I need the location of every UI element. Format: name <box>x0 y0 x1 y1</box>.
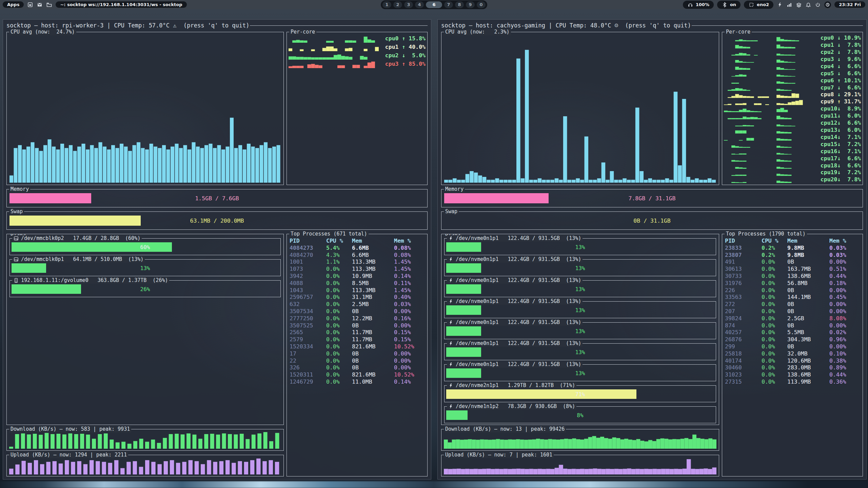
flash-icon <box>448 278 453 283</box>
workspace-button-6[interactable]: 6 <box>426 1 442 8</box>
core-row-cpu13: cpu13↓ 6.0% <box>724 127 861 134</box>
bell-icon[interactable] <box>805 2 811 8</box>
network-widget[interactable]: eno2 <box>744 1 773 9</box>
cpu-avg-panel: CPU avg (now: 2.3%) <box>441 32 719 185</box>
process-cell: 32.0MB <box>787 350 829 358</box>
power-icon[interactable] <box>815 2 821 8</box>
terminal-window-cachyos-gaming[interactable]: socktop — host: cachyos-gaming | CPU Tem… <box>437 19 867 480</box>
usage-text: 7.8GB / 31.1GB <box>441 195 863 202</box>
process-cell: 874 <box>725 322 762 329</box>
disk-title: /dev/nvme0n1p1 122.4GB / 931.5GB (13%) <box>447 361 583 368</box>
disk-usage-bar: 13% <box>446 242 714 252</box>
disk-usage-percent: 13% <box>12 265 279 271</box>
disk-entry: /dev/mmcblk0p2 17.4GB / 28.8GB (60%)60% <box>9 238 281 255</box>
workspace-button-9[interactable]: 9 <box>466 1 475 8</box>
cpu-avg-graph <box>444 38 716 183</box>
flash-icon <box>448 404 453 409</box>
window-icon[interactable] <box>27 2 33 8</box>
process-cell: 0.0% <box>762 294 787 301</box>
layers-icon[interactable] <box>796 2 802 8</box>
memory-label: Memory <box>9 186 30 192</box>
flash-icon <box>448 257 453 262</box>
process-cell: 40257 <box>725 329 762 336</box>
process-cell: 1246729 <box>290 379 326 386</box>
flash-icon <box>448 341 453 346</box>
core-row-cpu1: cpu1 ↓ 7.8% <box>724 42 861 49</box>
core-sparkline <box>724 177 814 183</box>
process-cell: 4084273 <box>290 245 326 252</box>
power-profile-icon[interactable] <box>777 2 783 8</box>
process-cell: 0.02% <box>829 329 861 336</box>
disk-usage-bar: 13% <box>446 284 714 294</box>
clock-widget[interactable]: 23:32 Fri <box>834 1 865 8</box>
process-cell: 0.0% <box>762 308 787 315</box>
workspace-button-0[interactable]: 0 <box>477 1 486 8</box>
process-cell: 0.0% <box>326 371 352 379</box>
workspace-button-7[interactable]: 7 <box>444 1 453 8</box>
workspace-button-1[interactable]: 1 <box>382 1 391 8</box>
disk-usage-percent: 13% <box>446 286 714 292</box>
process-cell: 226 <box>725 287 762 294</box>
process-cell: 0.0% <box>326 308 352 315</box>
process-cell: 1.45% <box>394 259 425 266</box>
process-column-header: Mem <box>787 238 829 245</box>
network-interface: eno2 <box>757 2 769 7</box>
disk-entry: /dev/nvme0n1p1 122.4GB / 931.5GB (13%)13… <box>444 301 716 318</box>
core-row-cpu10: cpu10↓ 8.9% <box>724 105 861 113</box>
process-cell: 0.2% <box>762 245 787 252</box>
process-cell: 0.00% <box>394 364 425 371</box>
process-cell: 0.0% <box>326 280 352 287</box>
workspace-button-8[interactable]: 8 <box>455 1 464 8</box>
process-column-header: Mem % <box>394 238 425 245</box>
workspace-button-2[interactable]: 2 <box>393 1 402 8</box>
core-stat-label: cpu7 ↓ 6.6% <box>816 85 861 91</box>
process-cell: 11.7MB <box>352 336 394 343</box>
disk-title: /dev/nvme0n1p1 122.4GB / 931.5GB (13%) <box>447 298 583 305</box>
per-core-list: cpu0 ↑ 15.8%cpu1 ↑ 40.0%cpu2 ↓ 5.0%cpu3 … <box>289 35 426 183</box>
core-row-cpu18: cpu18↓ 6.6% <box>724 162 861 169</box>
core-stat-label: cpu5 ↓ 6.6% <box>816 71 861 77</box>
process-cell: 0.44% <box>829 371 861 379</box>
app-logo-icon[interactable] <box>824 1 831 8</box>
disk-entry: /dev/nvme0n1p1 122.4GB / 931.5GB (13%)13… <box>444 280 716 297</box>
folder-icon[interactable] <box>46 2 52 8</box>
process-cell: 0.08% <box>394 245 425 252</box>
core-stat-label: cpu13↓ 6.0% <box>816 127 861 133</box>
process-column-header: PID <box>725 238 762 245</box>
process-cell: 1001 <box>290 259 326 266</box>
terminal-window-rpi-worker-3[interactable]: socktop — host: rpi-worker-3 | CPU Temp:… <box>3 19 431 480</box>
process-column-header: CPU % <box>762 238 787 245</box>
process-cell: 0.00% <box>394 308 425 315</box>
core-sparkline <box>724 106 814 112</box>
process-cell: 0.2% <box>762 252 787 259</box>
workspace-button-4[interactable]: 4 <box>415 1 424 8</box>
signal-bars-icon[interactable] <box>786 2 792 8</box>
bluetooth-widget[interactable]: on <box>717 1 741 9</box>
process-cell: 3507525 <box>290 322 326 329</box>
core-stat-label: cpu4 ↓ 6.6% <box>816 64 861 69</box>
process-cell: 0.38% <box>829 358 861 365</box>
disks-panel: Disks /dev/mmcblk0p2 17.4GB / 28.8GB (60… <box>6 234 284 425</box>
bluetooth-icon <box>722 2 728 8</box>
process-cell: 304.3MB <box>787 336 829 343</box>
process-cell: 0.0% <box>326 266 352 273</box>
process-cell: 0.44% <box>829 273 861 280</box>
process-cell: 113.9MB <box>787 379 829 386</box>
process-cell: 0B <box>787 259 829 266</box>
inbox-icon[interactable] <box>37 2 43 8</box>
core-stat-label: cpu14↓ 7.1% <box>816 135 861 140</box>
cpu-avg-panel: CPU avg (now: 24.7%) <box>6 32 284 185</box>
workspace-button-3[interactable]: 3 <box>404 1 413 8</box>
process-cell: 283.0MB <box>787 364 829 371</box>
process-cell: 9.8MB <box>787 252 829 259</box>
apps-button[interactable]: Apps <box>3 1 24 8</box>
process-cell: 0B <box>352 364 394 371</box>
process-cell: 30460 <box>725 364 762 371</box>
focused-window-title[interactable]: ~: socktop ws://192.168.1.104:3031/ws - … <box>56 1 186 8</box>
process-cell: 0.11% <box>394 280 425 287</box>
process-cell: 22 <box>290 358 326 365</box>
volume-widget[interactable]: 100% <box>683 1 714 9</box>
process-cell: 1.1% <box>326 259 352 266</box>
process-cell: 5.4% <box>326 245 352 252</box>
process-cell: 31023 <box>725 371 762 379</box>
